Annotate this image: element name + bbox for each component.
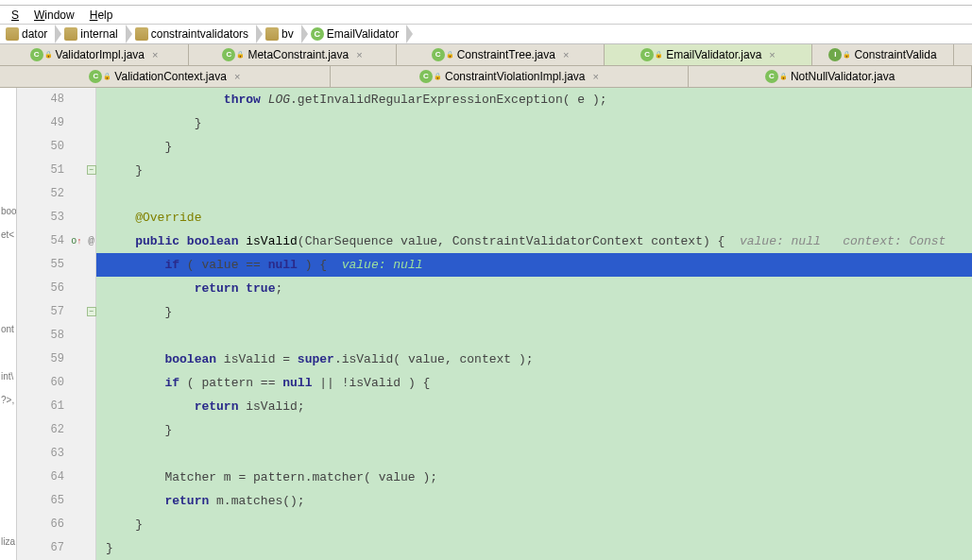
line-number: 61 xyxy=(17,395,64,418)
menu-window[interactable]: Window xyxy=(26,8,82,22)
folder-icon xyxy=(6,27,19,41)
code-line[interactable]: } xyxy=(96,513,972,536)
lock-icon: 🔒 xyxy=(655,51,663,59)
editor-area: booet<ontint\?>,liza 4849505152535455565… xyxy=(0,88,972,560)
file-type-icon: C xyxy=(30,48,43,61)
tab-label: MetaConstraint.java xyxy=(247,48,349,61)
line-number: 58 xyxy=(17,324,64,348)
code-line[interactable]: return true; xyxy=(96,277,972,300)
line-number: 66 xyxy=(17,513,64,536)
code-line[interactable]: if ( pattern == null || !isValid ) { xyxy=(96,371,972,395)
line-number: 63 xyxy=(17,442,64,466)
tab-label: ConstraintTree.java xyxy=(457,48,555,61)
fold-icon[interactable]: − xyxy=(87,307,96,316)
breadcrumb-EmailValidator[interactable]: CEmailValidator xyxy=(309,27,404,41)
lock-icon: 🔒 xyxy=(843,51,851,59)
menu-help[interactable]: Help xyxy=(82,8,121,22)
line-number: 67 xyxy=(17,536,64,560)
code-line[interactable]: } xyxy=(96,111,972,135)
tab-label: ValidatorImpl.java xyxy=(56,48,145,61)
lock-icon: 🔒 xyxy=(103,73,111,80)
file-type-icon: C xyxy=(419,70,433,83)
tab-label: ValidationContext.java xyxy=(114,70,227,83)
code-line[interactable]: } xyxy=(96,418,972,442)
tab-ConstraintValida[interactable]: I🔒ConstraintValida xyxy=(812,44,954,65)
menubar: S Window Help xyxy=(0,6,972,25)
tab-label: NotNullValidator.java xyxy=(791,70,895,83)
code-line[interactable]: } xyxy=(96,135,972,159)
tab-row-2: C🔒ValidationContext.java×C🔒ConstraintVio… xyxy=(0,66,972,88)
line-gutter: 4849505152535455565758596061626364656667 xyxy=(17,88,70,560)
line-number: 55 xyxy=(17,253,64,277)
fold-icon[interactable]: − xyxy=(87,165,96,175)
tab-container: C🔒ValidatorImpl.java×C🔒MetaConstraint.ja… xyxy=(0,44,972,88)
file-type-icon: C xyxy=(765,70,778,83)
tab-NotNullValidator-java[interactable]: C🔒NotNullValidator.java xyxy=(689,66,972,87)
breadcrumb-bar: datorinternalconstraintvalidatorsbvCEmai… xyxy=(0,25,972,44)
up-arrow-icon: ↑ xyxy=(77,237,81,246)
left-sidebar-strip: booet<ontint\?>,liza xyxy=(0,88,17,560)
code-line[interactable]: } xyxy=(96,159,972,182)
lock-icon: 🔒 xyxy=(44,51,53,59)
line-number: 59 xyxy=(17,348,64,371)
code-line[interactable] xyxy=(96,324,972,348)
line-number: 65 xyxy=(17,489,64,513)
close-icon[interactable]: × xyxy=(234,71,240,82)
line-number: 54 xyxy=(17,229,64,253)
tab-row-1: C🔒ValidatorImpl.java×C🔒MetaConstraint.ja… xyxy=(0,44,972,66)
file-type-icon: C xyxy=(432,48,445,61)
line-number: 64 xyxy=(17,466,64,489)
tab-ValidationContext-java[interactable]: C🔒ValidationContext.java× xyxy=(0,66,331,87)
code-line[interactable]: boolean isValid = super.isValid( value, … xyxy=(96,348,972,371)
code-content[interactable]: throw LOG.getInvalidRegularExpressionExc… xyxy=(96,88,972,560)
line-number: 48 xyxy=(17,88,64,111)
code-line[interactable]: Matcher m = pattern.matcher( value ); xyxy=(96,466,972,489)
class-icon: C xyxy=(311,27,324,41)
code-line[interactable]: return isValid; xyxy=(96,395,972,418)
line-number: 56 xyxy=(17,277,64,300)
line-number: 50 xyxy=(17,135,64,159)
folder-icon xyxy=(135,27,148,41)
tab-label: ConstraintViolationImpl.java xyxy=(445,70,586,83)
line-number: 53 xyxy=(17,206,64,229)
tab-EmailValidator-java[interactable]: C🔒EmailValidator.java× xyxy=(605,44,812,65)
close-icon[interactable]: × xyxy=(593,71,599,82)
folder-icon xyxy=(64,27,77,41)
close-icon[interactable]: × xyxy=(563,49,569,60)
tab-label: ConstraintValida xyxy=(854,48,936,61)
close-icon[interactable]: × xyxy=(769,49,775,60)
code-line[interactable] xyxy=(96,182,972,206)
line-number: 49 xyxy=(17,111,64,135)
tab-MetaConstraint-java[interactable]: C🔒MetaConstraint.java× xyxy=(189,44,397,65)
code-line[interactable]: @Override xyxy=(96,206,972,229)
close-icon[interactable]: × xyxy=(152,49,158,60)
code-editor[interactable]: 4849505152535455565758596061626364656667… xyxy=(17,88,972,560)
line-number: 52 xyxy=(17,182,64,206)
code-line[interactable]: return m.matches(); xyxy=(96,489,972,513)
line-number: 57 xyxy=(17,300,64,324)
code-line[interactable]: public boolean isValid(CharSequence valu… xyxy=(96,229,972,253)
breadcrumb-dator[interactable]: dator xyxy=(4,27,53,41)
code-line[interactable]: if ( value == null ) { value: null xyxy=(96,253,972,277)
tab-ValidatorImpl-java[interactable]: C🔒ValidatorImpl.java× xyxy=(0,44,189,65)
tab-label: EmailValidator.java xyxy=(666,48,761,61)
breadcrumb-constraintvalidators[interactable]: constraintvalidators xyxy=(133,27,254,41)
folder-icon xyxy=(265,27,279,41)
line-number: 62 xyxy=(17,418,64,442)
code-line[interactable] xyxy=(96,442,972,466)
file-type-icon: I xyxy=(828,48,842,61)
breadcrumb-internal[interactable]: internal xyxy=(62,27,123,41)
code-line[interactable]: } xyxy=(96,300,972,324)
file-type-icon: C xyxy=(222,48,235,61)
tab-ConstraintViolationImpl-java[interactable]: C🔒ConstraintViolationImpl.java× xyxy=(331,66,690,87)
line-number: 51 xyxy=(17,159,64,182)
code-line[interactable]: throw LOG.getInvalidRegularExpressionExc… xyxy=(96,88,972,111)
lock-icon: 🔒 xyxy=(434,73,442,80)
close-icon[interactable]: × xyxy=(356,49,362,60)
code-line[interactable]: } xyxy=(96,536,972,560)
menu-s[interactable]: S xyxy=(4,8,26,22)
at-icon: @ xyxy=(88,235,94,246)
lock-icon: 🔒 xyxy=(446,51,454,59)
breadcrumb-bv[interactable]: bv xyxy=(264,27,299,41)
tab-ConstraintTree-java[interactable]: C🔒ConstraintTree.java× xyxy=(397,44,605,65)
